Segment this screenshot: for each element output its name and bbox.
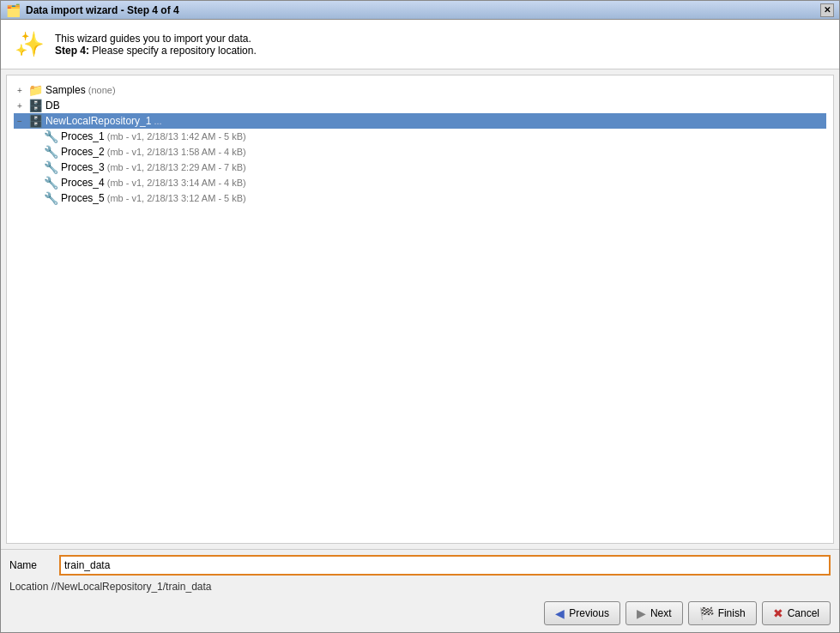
folder-icon-samples: 📁 (28, 83, 43, 97)
tree-item-proces2[interactable]: 🔧 Proces_2 (mb - v1, 2/18/13 1:58 AM - 4… (29, 144, 826, 160)
repo-icon: 🗄️ (28, 114, 43, 128)
previous-icon: ◀ (555, 606, 565, 620)
next-icon: ▶ (637, 606, 646, 620)
label-proces3: Proces_3 (mb - v1, 2/18/13 2:29 AM - 7 k… (61, 161, 246, 173)
tree-item-proces3[interactable]: 🔧 Proces_3 (mb - v1, 2/18/13 2:29 AM - 7… (29, 160, 826, 175)
next-label: Next (650, 607, 672, 619)
tree-item-samples[interactable]: + 📁 Samples (none) (14, 82, 826, 98)
tree-item-proces4[interactable]: 🔧 Proces_4 (mb - v1, 2/18/13 3:14 AM - 4… (29, 175, 826, 190)
previous-button[interactable]: ◀ Previous (544, 601, 620, 625)
label-proces4: Proces_4 (mb - v1, 2/18/13 3:14 AM - 4 k… (61, 177, 246, 189)
spacer-5 (29, 192, 41, 204)
header-line2: Step 4: Please specify a repository loca… (55, 45, 257, 57)
location-row: Location //NewLocalRepository_1/train_da… (9, 581, 831, 593)
label-db: DB (45, 99, 60, 112)
spacer-3 (29, 161, 41, 173)
title-bar-title: Data import wizard - Step 4 of 4 (26, 4, 179, 16)
tree-view: + 📁 Samples (none) + 🗄️ DB − 🗄️ NewLoc (7, 75, 833, 213)
label-samples: Samples (none) (45, 84, 116, 96)
process-icon-4: 🔧 (44, 176, 58, 190)
label-repo: NewLocalRepository_1 ... (45, 115, 162, 127)
location-label: Location (9, 581, 48, 593)
bottom-section: Name Location //NewLocalRepository_1/tra… (1, 549, 839, 632)
tree-item-db[interactable]: + 🗄️ DB (14, 98, 826, 113)
finish-icon: 🏁 (699, 606, 714, 620)
wizard-window: 🗂️ Data import wizard - Step 4 of 4 ✕ ✨ … (0, 0, 840, 633)
title-bar: 🗂️ Data import wizard - Step 4 of 4 ✕ (1, 1, 839, 20)
name-input[interactable] (59, 555, 831, 576)
button-row: ◀ Previous ▶ Next 🏁 Finish ✖ Cancel (9, 596, 831, 627)
process-icon-2: 🔧 (44, 145, 58, 159)
close-button[interactable]: ✕ (820, 3, 834, 17)
cancel-button[interactable]: ✖ Cancel (762, 601, 831, 625)
cancel-label: Cancel (788, 607, 819, 619)
tree-item-proces1[interactable]: 🔧 Proces_1 (mb - v1, 2/18/13 1:42 AM - 5… (29, 129, 826, 144)
toggle-samples[interactable]: + (14, 84, 26, 96)
tree-item-repo[interactable]: − 🗄️ NewLocalRepository_1 ... (14, 113, 826, 129)
spacer-4 (29, 177, 41, 189)
process-icon-5: 🔧 (44, 191, 58, 205)
name-row: Name (9, 555, 831, 576)
tree-container: + 📁 Samples (none) + 🗄️ DB − 🗄️ NewLoc (6, 75, 834, 544)
header-step-text: Please specify a repository location. (92, 45, 256, 57)
spacer-1 (29, 130, 41, 142)
process-icon-1: 🔧 (44, 130, 58, 143)
label-proces5: Proces_5 (mb - v1, 2/18/13 3:12 AM - 5 k… (61, 192, 246, 204)
spacer-2 (29, 146, 41, 158)
label-proces1: Proces_1 (mb - v1, 2/18/13 1:42 AM - 5 k… (61, 130, 246, 142)
wizard-header: ✨ This wizard guides you to import your … (1, 20, 839, 69)
tree-item-proces5[interactable]: 🔧 Proces_5 (mb - v1, 2/18/13 3:12 AM - 5… (29, 190, 826, 206)
title-bar-icon: 🗂️ (6, 3, 21, 17)
location-value: //NewLocalRepository_1/train_data (51, 581, 212, 593)
db-icon: 🗄️ (28, 99, 43, 112)
cancel-icon: ✖ (773, 606, 783, 620)
label-proces2: Proces_2 (mb - v1, 2/18/13 1:58 AM - 4 k… (61, 146, 246, 158)
next-button[interactable]: ▶ Next (625, 601, 683, 625)
finish-button[interactable]: 🏁 Finish (688, 601, 757, 625)
toggle-repo[interactable]: − (14, 115, 26, 127)
header-line1: This wizard guides you to import your da… (55, 33, 257, 45)
toggle-db[interactable]: + (14, 99, 26, 112)
process-icon-3: 🔧 (44, 160, 58, 174)
previous-label: Previous (569, 607, 609, 619)
header-step-label: Step 4: (55, 45, 89, 57)
repo-children: 🔧 Proces_1 (mb - v1, 2/18/13 1:42 AM - 5… (14, 129, 826, 206)
finish-label: Finish (718, 607, 746, 619)
name-label: Name (9, 559, 52, 571)
wizard-icon: ✨ (15, 30, 45, 58)
wizard-header-text: This wizard guides you to import your da… (55, 33, 257, 57)
